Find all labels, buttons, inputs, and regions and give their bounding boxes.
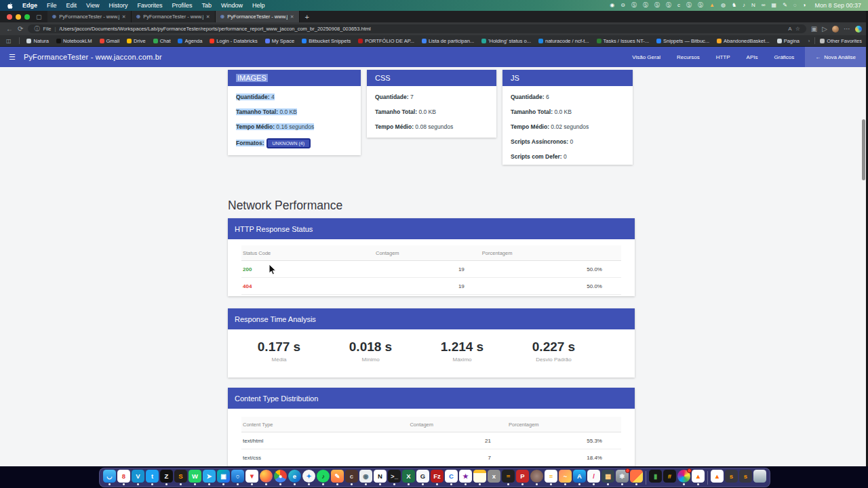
menu-tab[interactable]: Tab <box>201 2 212 9</box>
dock-app-dark-stack-2[interactable]: s <box>738 470 753 485</box>
profile-avatar[interactable] <box>832 26 839 33</box>
dock-app-reminders[interactable]: ≡ <box>544 470 558 485</box>
dock-app-whatsapp[interactable]: W <box>188 470 202 485</box>
table-row[interactable]: 200 19 50.0% <box>241 261 621 278</box>
bookmarks-overflow-icon[interactable]: › <box>808 38 810 44</box>
other-favorites-folder[interactable]: Other Favorites <box>820 38 862 44</box>
dock-app-magnifier-app[interactable]: ○ <box>231 470 245 485</box>
tab-overview-icon[interactable]: ▢ <box>36 14 42 20</box>
bookmark-gmail[interactable]: Gmail <box>100 38 120 44</box>
menu-profiles[interactable]: Profiles <box>172 2 192 9</box>
dock-app-notes[interactable] <box>473 470 487 485</box>
dock-app-sublime[interactable]: S <box>174 470 188 485</box>
read-aloud-icon[interactable]: A <box>788 26 791 32</box>
siri-icon[interactable]: ◑ <box>803 0 806 11</box>
menu-view[interactable]: View <box>86 2 99 9</box>
more-menu-icon[interactable]: ⋯ <box>844 25 850 33</box>
pet-icon[interactable]: ♞ <box>732 0 736 11</box>
window-layout-icon[interactable]: ▦ <box>772 0 777 11</box>
dock-app-tool-app[interactable]: x <box>487 470 501 485</box>
notion-icon[interactable]: N <box>751 0 755 11</box>
dock-app-excel[interactable]: X <box>401 470 416 485</box>
dock-app-zed[interactable]: Z <box>159 470 174 485</box>
menubar-clock[interactable]: Mon 8 Sep 00:37 <box>814 2 861 9</box>
dock-app-settings[interactable]: ✱ <box>615 470 629 485</box>
dock-app-launchpad[interactable]: ▦ <box>601 470 615 485</box>
bookmark-lista-de-participan[interactable]: Lista de participan... <box>422 38 474 44</box>
dock-app-p-cards-app[interactable]: P <box>515 470 530 485</box>
dock-app-firefox[interactable] <box>259 470 273 485</box>
dock-app-notion[interactable]: N <box>373 470 387 485</box>
cup-icon[interactable]: c <box>677 0 680 11</box>
page-info-icon[interactable]: ⓘ <box>34 25 39 33</box>
nav-graficos[interactable]: Gráficos <box>774 54 795 60</box>
close-icon[interactable]: ✕ <box>290 14 294 20</box>
scrollbar-thumb[interactable] <box>862 119 865 180</box>
dock-app-app-store[interactable]: A <box>572 470 587 485</box>
favorites-panel-icon[interactable]: ◫ <box>6 38 12 44</box>
bookmark-pagina-cadastro[interactable]: Pagina Cadastro <box>777 38 801 44</box>
mute-icon[interactable]: ♪ <box>743 0 745 11</box>
pen-icon[interactable]: ✎ <box>783 0 787 11</box>
dock-app-vlc[interactable]: ▲ <box>691 470 705 485</box>
bookmark-holding-status-o[interactable]: 'Holding' status o... <box>481 38 531 44</box>
glasses-icon[interactable]: ∞ <box>762 0 766 11</box>
dock-app-calculator[interactable]: = <box>501 470 515 485</box>
url-text[interactable]: /Users/jaccon/Documents/Workspaces/Lab/p… <box>59 26 785 32</box>
dollar-app-icon[interactable]: Ⓢ <box>686 0 692 11</box>
dock-app-shield-app[interactable]: ▼ <box>245 470 259 485</box>
record-icon[interactable]: ◉ <box>610 0 614 11</box>
dollar-app-icon[interactable]: Ⓢ <box>654 0 660 11</box>
bookmark-notebooklm[interactable]: NotebookLM <box>56 38 92 44</box>
minimize-window-button[interactable] <box>16 14 21 20</box>
dock-app-bluebird[interactable]: t <box>145 470 159 485</box>
bookmark-naturacode-ncf-t[interactable]: naturacode / ncf-t... <box>538 38 589 44</box>
menu-edit[interactable]: Edit <box>66 2 77 9</box>
dollar-app-icon[interactable]: Ⓢ <box>698 0 703 11</box>
dollar-app-icon[interactable]: Ⓢ <box>666 0 671 11</box>
zoom-window-button[interactable] <box>24 14 30 20</box>
bookmark-natura[interactable]: Natura <box>26 38 49 44</box>
dock-app-star-app[interactable]: ★ <box>458 470 473 485</box>
menu-favorites[interactable]: Favorites <box>137 2 162 9</box>
dock-app-finder[interactable]: ◡ <box>102 470 117 485</box>
dock-app-brush-app[interactable]: / <box>587 470 601 485</box>
dock-app-filezilla[interactable]: Fz <box>430 470 444 485</box>
dock-app-chrome[interactable]: ● <box>273 470 288 485</box>
close-icon[interactable]: ✕ <box>206 14 210 20</box>
dock-app-widget-stats[interactable]: # <box>663 470 677 485</box>
dock-app-terminal[interactable]: >_ <box>387 470 401 485</box>
bookmark-agenda[interactable]: Agenda <box>178 38 202 44</box>
dock-app-github[interactable]: G <box>416 470 430 485</box>
table-row[interactable]: text/css 7 18.4% <box>241 449 621 466</box>
copilot-orb-icon[interactable] <box>855 26 862 33</box>
menu-file[interactable]: File <box>47 2 57 9</box>
address-bar[interactable]: ⓘ File | /Users/jaccon/Documents/Workspa… <box>28 24 806 33</box>
nav-recursos[interactable]: Recursos <box>677 54 700 60</box>
cone-icon[interactable]: ▲ <box>709 0 715 11</box>
bookmark-abandonedbasket[interactable]: AbandonedBasket... <box>717 38 770 44</box>
close-window-button[interactable] <box>7 14 12 20</box>
bookmark-login-databricks[interactable]: Login - Databricks <box>210 38 257 44</box>
spotlight-icon[interactable]: ◌ <box>793 0 797 11</box>
table-row[interactable]: text/html 21 55.3% <box>241 432 621 449</box>
menu-help[interactable]: Help <box>252 2 265 9</box>
dock-app-meet[interactable]: ▣ <box>216 470 231 485</box>
browser-tab-1[interactable]: ⊕PyFormanceTester - www.jacco✕ <box>47 11 132 22</box>
close-icon[interactable]: ✕ <box>122 14 126 20</box>
dock-app-trash[interactable] <box>753 470 767 485</box>
menu-history[interactable]: History <box>108 2 127 9</box>
reload-icon[interactable]: ⟳ <box>18 25 23 33</box>
browser-tab-3[interactable]: ⊕PyFormanceTester - www.jacco✕ <box>216 11 300 22</box>
bookmark-chat[interactable]: Chat <box>153 38 171 44</box>
new-tab-button[interactable]: + <box>305 13 309 21</box>
menu-window[interactable]: Window <box>221 2 243 9</box>
dnd-icon[interactable]: ⊖ <box>620 0 625 11</box>
dock-app-coffee-app[interactable]: c <box>344 470 359 485</box>
dollar-app-icon[interactable]: Ⓢ <box>631 0 637 11</box>
share-icon[interactable]: ▷ <box>822 25 827 33</box>
bookmark-drive[interactable]: Drive <box>127 38 146 44</box>
dock-app-safari[interactable]: ✦ <box>302 470 316 485</box>
bookmark-portf-lio-de-ap[interactable]: PORTFÓLIO DE AP... <box>358 38 414 44</box>
nova-analise-button[interactable]: ← Nova Análise <box>805 47 866 67</box>
